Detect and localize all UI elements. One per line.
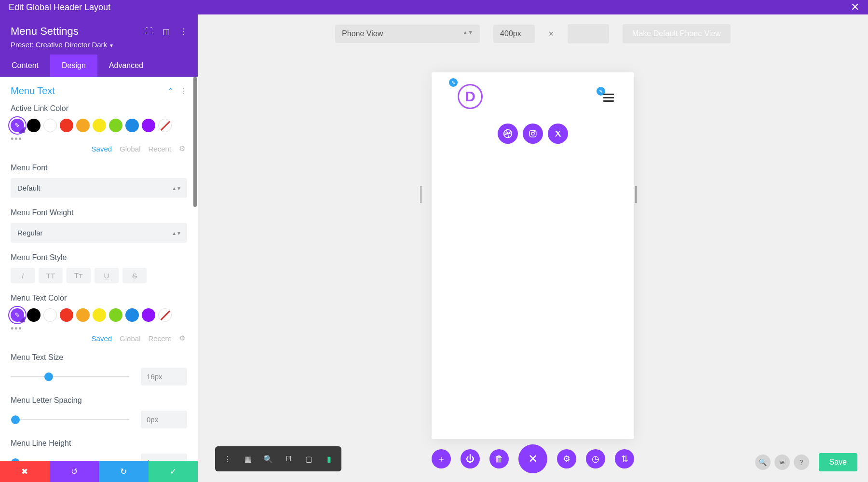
redo-button[interactable]: ↻ [99, 461, 149, 482]
swatch-black[interactable] [27, 119, 41, 132]
swatch-orange[interactable] [76, 308, 90, 322]
dock-history-icon[interactable]: ◷ [586, 449, 605, 468]
phone-preview: ✎ ✎ D [432, 72, 634, 439]
swatch-none[interactable] [158, 119, 172, 132]
toolbar-phone-icon[interactable]: ▮ [320, 450, 338, 468]
menu-text-size-value[interactable]: 16px [141, 368, 187, 386]
palette-gear-icon[interactable]: ⚙ [179, 144, 185, 153]
label-menu-text-color: Menu Text Color [11, 294, 187, 303]
section-actions: ⌃ ⋮ [167, 86, 187, 96]
swatch-blue[interactable] [125, 308, 139, 322]
logo[interactable]: D [458, 84, 483, 109]
discard-button[interactable]: ✖ [0, 461, 50, 482]
toolbar-zoom-icon[interactable]: 🔍 [259, 450, 277, 468]
more-swatches-icon[interactable]: ••• [11, 134, 187, 144]
height-input[interactable] [568, 24, 609, 43]
resize-handle-left[interactable] [420, 186, 421, 203]
close-icon[interactable]: ✕ [851, 1, 859, 14]
palette-tab-saved[interactable]: Saved [92, 145, 112, 153]
menu-font-select[interactable]: Default ▲▼ [11, 178, 187, 198]
swatch-yellow[interactable] [93, 308, 106, 322]
device-toolbar: ⋮ ▦ 🔍 🖥 ▢ ▮ [215, 446, 341, 471]
width-input[interactable]: 400px [493, 25, 535, 43]
search-icon[interactable]: 🔍 [755, 454, 771, 470]
label-menu-font-style: Menu Font Style [11, 253, 187, 262]
help-icon[interactable]: ? [794, 454, 809, 470]
swatch-orange[interactable] [76, 119, 90, 132]
chevron-down-icon: ▼ [109, 43, 114, 48]
columns-icon[interactable]: ◫ [163, 27, 170, 36]
instagram-icon[interactable] [523, 124, 543, 144]
confirm-button[interactable]: ✓ [149, 461, 198, 482]
style-uppercase[interactable]: TT [39, 268, 63, 283]
save-button[interactable]: Save [819, 453, 857, 471]
swatch-white[interactable] [43, 119, 57, 132]
more-icon[interactable]: ⋮ [179, 27, 187, 36]
swatch-black[interactable] [27, 308, 41, 322]
style-italic[interactable]: I [11, 268, 35, 283]
expand-icon[interactable]: ⛶ [145, 27, 153, 36]
palette-tab-recent[interactable]: Recent [148, 145, 171, 153]
dock-add-icon[interactable]: ＋ [432, 449, 451, 468]
menu-line-height-value[interactable]: 1em [141, 454, 187, 461]
swatch-purple[interactable]: ✎ [11, 308, 24, 322]
toolbar-wireframe-icon[interactable]: ▦ [239, 450, 257, 468]
style-underline[interactable]: U [95, 268, 119, 283]
palette-tab-saved[interactable]: Saved [92, 334, 112, 343]
toolbar-desktop-icon[interactable]: 🖥 [280, 450, 297, 468]
slider-thumb[interactable] [11, 415, 20, 424]
menu-font-weight-select[interactable]: Regular ▲▼ [11, 223, 187, 243]
toolbar-more-icon[interactable]: ⋮ [219, 450, 236, 468]
resize-handle-right[interactable] [635, 186, 637, 203]
palette-tab-global[interactable]: Global [120, 145, 140, 153]
layers-icon[interactable]: ≋ [774, 454, 790, 470]
preset-selector[interactable]: Preset: Creative Director Dark▼ [11, 41, 187, 49]
swatch-red[interactable] [60, 119, 73, 132]
menu-text-size-slider[interactable] [11, 376, 129, 377]
swatch-violet[interactable] [142, 308, 155, 322]
menu-letter-spacing-slider[interactable] [11, 419, 129, 420]
swatch-purple[interactable]: ✎ [11, 119, 24, 132]
swatch-green[interactable] [109, 308, 122, 322]
palette-gear-icon[interactable]: ⚙ [179, 334, 185, 343]
more-swatches-icon[interactable]: ••• [11, 324, 187, 334]
section-more-icon[interactable]: ⋮ [179, 86, 187, 96]
swatch-white[interactable] [43, 308, 57, 322]
swatch-yellow[interactable] [93, 119, 106, 132]
dock-close-icon[interactable]: ✕ [518, 444, 547, 473]
swatch-green[interactable] [109, 119, 122, 132]
scrollbar[interactable] [193, 77, 197, 207]
slider-thumb[interactable] [44, 372, 53, 381]
slider-thumb[interactable] [11, 458, 20, 461]
swatch-violet[interactable] [142, 119, 155, 132]
tab-design[interactable]: Design [50, 55, 97, 77]
chevron-up-icon[interactable]: ⌃ [167, 86, 174, 96]
view-select[interactable]: Phone View ▲▼ [335, 25, 480, 43]
undo-button[interactable]: ↺ [50, 461, 99, 482]
swatch-red[interactable] [60, 308, 73, 322]
tab-content[interactable]: Content [0, 55, 50, 77]
menu-letter-spacing-value[interactable]: 0px [141, 411, 187, 428]
dimension-x-icon: ✕ [548, 30, 554, 38]
dock-trash-icon[interactable]: 🗑 [489, 449, 509, 468]
palette-tab-global[interactable]: Global [120, 334, 140, 343]
svg-point-2 [531, 132, 534, 135]
make-default-button[interactable]: Make Default Phone View [623, 24, 731, 43]
style-strikethrough[interactable]: S [122, 268, 147, 283]
style-smallcaps[interactable]: Tᴛ [67, 268, 91, 283]
toolbar-tablet-icon[interactable]: ▢ [300, 450, 317, 468]
swatch-none[interactable] [158, 308, 172, 322]
x-twitter-icon[interactable] [548, 124, 568, 144]
swatch-blue[interactable] [125, 119, 139, 132]
palette-tab-recent[interactable]: Recent [148, 334, 171, 343]
label-active-link-color: Active Link Color [11, 104, 187, 113]
eyedropper-icon: ✎ [14, 122, 20, 129]
caret-icon: ▲▼ [462, 29, 473, 35]
dribbble-icon[interactable] [498, 124, 518, 144]
edit-badge-icon[interactable]: ✎ [449, 78, 458, 87]
dock-gear-icon[interactable]: ⚙ [557, 449, 576, 468]
dock-power-icon[interactable]: ⏻ [461, 449, 480, 468]
dock-sort-icon[interactable]: ⇅ [615, 449, 634, 468]
tab-advanced[interactable]: Advanced [97, 55, 155, 77]
hamburger-icon[interactable] [603, 94, 614, 102]
